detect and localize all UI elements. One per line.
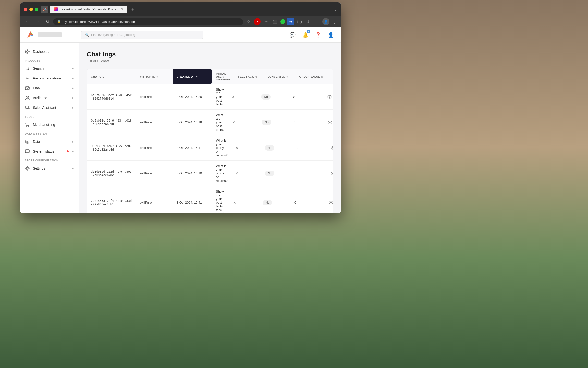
sales-assistant-icon [25, 105, 30, 110]
th-actions [330, 69, 333, 84]
close-button[interactable] [24, 8, 27, 11]
sidebar-recommendations-label: Recommendations [33, 76, 69, 80]
view-chat-button[interactable] [328, 121, 332, 124]
new-tab-button[interactable]: + [129, 6, 136, 13]
word-icon[interactable]: W [287, 18, 294, 25]
view-chat-button[interactable] [331, 172, 333, 175]
svg-point-26 [330, 122, 331, 123]
th-chat-uid: CHAT UID [87, 69, 136, 84]
data-icon [25, 139, 30, 144]
browser-tabs: 🚀 my.clerk.io/store/oWr9ZRPF/assistant/c… [41, 6, 331, 13]
svg-point-28 [332, 147, 333, 148]
cell-order-value: 0 [293, 168, 327, 179]
cell-actions [327, 168, 333, 179]
sidebar-item-merchandising[interactable]: Merchandising [20, 120, 79, 130]
cell-visitor-id: ekIIPnre [136, 197, 173, 208]
th-visitor-id[interactable]: VISITOR ID ⇅ [136, 69, 173, 84]
cell-initial-message: What is your policy on returns? [212, 135, 232, 160]
sidebar-item-dashboard[interactable]: Dashboard [20, 47, 79, 56]
download-icon[interactable]: ⬇ [305, 18, 312, 25]
feedback-x-icon: ✕ [232, 120, 235, 124]
converted-badge: No [263, 200, 272, 205]
svg-point-15 [26, 126, 27, 127]
sidebar-item-email[interactable]: Email ▶ [20, 83, 79, 93]
clerk-logo [26, 30, 35, 39]
sidebar-email-label: Email [33, 86, 69, 90]
svg-rect-13 [25, 106, 28, 108]
adblock-icon[interactable]: ● [254, 18, 261, 25]
help-button[interactable]: ❓ [314, 30, 322, 39]
cell-created-at: 3 Oct 2024, 15:41 [173, 197, 212, 208]
maximize-button[interactable] [35, 8, 38, 11]
view-chat-button[interactable] [329, 201, 333, 204]
content-area: Chat logs List of all chats CHAT UID VIS… [79, 43, 341, 213]
svg-point-16 [28, 126, 29, 127]
cell-visitor-id: ekIIPnre [136, 143, 173, 153]
converted-badge: No [265, 145, 274, 151]
feedback-x-icon: ✕ [235, 171, 238, 175]
cell-feedback: ✕ [228, 92, 257, 102]
svg-point-31 [329, 201, 333, 204]
notification-bell-button[interactable]: 🔔 3 [301, 30, 310, 39]
circle-icon[interactable]: ◯ [296, 18, 303, 25]
sidebar-system-status-label: System status [33, 149, 64, 153]
sidebar-tools-label: TOOLS [20, 113, 79, 120]
reload-button[interactable]: ↻ [44, 18, 51, 25]
sidebar-item-audience[interactable]: Audience ▶ [20, 93, 79, 103]
profile-icon[interactable]: 👤 [322, 18, 329, 25]
screen-icon[interactable]: ⬛ [271, 18, 278, 25]
cell-chat-uid: 29dc3633-2df4-4c10-933d-22a866ec2bb1 [87, 196, 136, 210]
sidebar-item-data[interactable]: Data ▶ [20, 137, 79, 146]
green-dot-icon[interactable] [280, 19, 285, 24]
table-row: 29dc3633-2df4-4c10-933d-22a866ec2bb1 ekI… [87, 186, 333, 213]
user-profile-button[interactable]: 👤 [326, 30, 335, 39]
sidebar-item-settings[interactable]: Settings ▶ [20, 163, 79, 173]
app-container: 🔍 Find everything here... [cmd+k] 💬 🔔 3 … [20, 27, 341, 213]
sidebar-sales-assistant-label: Sales Assistant [33, 106, 69, 110]
back-button[interactable]: ← [23, 18, 31, 25]
sidebar-item-recommendations[interactable]: Recommendations ▶ [20, 73, 79, 83]
browser-menu-icon[interactable]: ⌄ [334, 7, 337, 11]
minimize-button[interactable] [29, 8, 33, 11]
sidebar-settings-label: Settings [33, 166, 69, 170]
sidebar-item-sales-assistant[interactable]: Sales Assistant ▶ [20, 103, 79, 113]
th-order-value[interactable]: ORDER VALUE ⇅ [295, 69, 330, 84]
pencil-icon[interactable]: ✏ [263, 18, 270, 25]
th-initial-message: INITIAL USER MESSAGE [212, 69, 234, 84]
view-chat-button[interactable] [327, 95, 332, 99]
cell-converted: No [261, 142, 293, 154]
svg-marker-0 [27, 31, 33, 38]
header-search-bar[interactable]: 🔍 Find everything here... [cmd+k] [81, 31, 203, 39]
table-row: 0c5ab11c-35f6-403f-a018-e36dab7ab390 ekI… [87, 110, 333, 135]
settings-icon [25, 166, 30, 171]
extension-icon[interactable]: 🚀 [41, 6, 48, 13]
cell-order-value: 0 [293, 143, 327, 153]
active-tab[interactable]: my.clerk.io/store/oWr9ZRPF/assistant/con… [50, 6, 127, 13]
chat-icon-button[interactable]: 💬 [288, 30, 297, 39]
forward-button[interactable]: → [33, 18, 42, 25]
bookmark-icon[interactable]: ☆ [245, 18, 252, 25]
search-nav-icon [25, 66, 30, 71]
th-created-at[interactable]: CREATED AT ▼ [173, 69, 212, 84]
view-chat-button[interactable] [331, 146, 333, 150]
th-converted[interactable]: CONVERTED ⇅ [264, 69, 295, 84]
svg-point-27 [331, 146, 333, 149]
sidebar-item-system-status[interactable]: System status ▶ [20, 146, 79, 156]
cell-feedback: ✕ [229, 197, 259, 208]
svg-point-32 [331, 202, 332, 203]
svg-point-12 [28, 97, 29, 98]
table-body: 6a3ca536-3eef-42da-945c-f291740d6014 ekI… [87, 84, 333, 213]
cell-initial-message: What is your policy on returns? [212, 161, 232, 186]
search-arrow-icon: ▶ [72, 67, 74, 70]
extensions-icon[interactable]: ⊞ [314, 18, 320, 25]
th-feedback[interactable]: FEEDBACK ⇅ [234, 69, 264, 84]
tab-close-icon[interactable]: × [121, 7, 123, 12]
sidebar-item-search[interactable]: Search ▶ [20, 64, 79, 73]
address-bar[interactable]: 🔒 my.clerk.io/store/oWr9ZRPF/assistant/c… [53, 18, 243, 25]
more-icon[interactable]: ⋮ [331, 18, 338, 25]
sidebar-audience-label: Audience [33, 96, 69, 100]
cell-chat-uid: 6a3ca536-3eef-42da-945c-f291740d6014 [87, 90, 136, 104]
audience-icon [25, 95, 30, 100]
svg-point-24 [329, 96, 330, 97]
cell-order-value: 0 [291, 197, 325, 208]
